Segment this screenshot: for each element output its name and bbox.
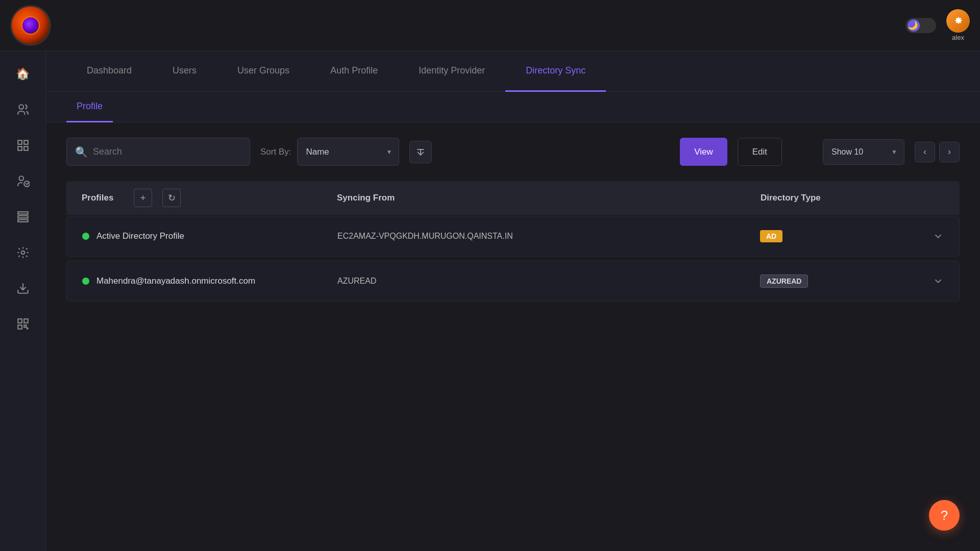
toolbar: 🔍 Sort By: Name Date Type View Edit bbox=[66, 138, 960, 166]
col-profiles: Profiles bbox=[82, 193, 113, 203]
sort-select[interactable]: Name Date Type bbox=[297, 138, 399, 166]
pagination-buttons: ‹ › bbox=[915, 142, 960, 162]
sidebar-icon-grid[interactable] bbox=[10, 133, 36, 158]
search-input[interactable] bbox=[93, 146, 241, 157]
row-name-2: Mahendra@tanayadash.onmicrosoft.com bbox=[82, 276, 337, 286]
prev-page-button[interactable]: ‹ bbox=[915, 142, 935, 162]
row-type-1: AD bbox=[760, 230, 913, 242]
topbar: 🌙 ✸ alex bbox=[0, 0, 980, 51]
main-content: 🔍 Sort By: Name Date Type View Edit bbox=[46, 122, 980, 551]
top-right-section: 🌙 ✸ alex bbox=[905, 9, 970, 41]
svg-rect-2 bbox=[24, 140, 28, 144]
svg-rect-15 bbox=[24, 325, 26, 327]
svg-rect-3 bbox=[18, 146, 22, 151]
sidebar-icon-home[interactable]: 🏠 bbox=[10, 61, 36, 87]
svg-point-0 bbox=[19, 105, 23, 109]
svg-rect-1 bbox=[18, 140, 22, 144]
row-type-2: AZUREAD bbox=[760, 274, 913, 288]
refresh-button[interactable]: ↻ bbox=[162, 189, 181, 207]
svg-rect-8 bbox=[18, 216, 28, 218]
add-profile-button[interactable]: + bbox=[134, 189, 152, 207]
svg-rect-9 bbox=[18, 219, 28, 221]
tab-users[interactable]: Users bbox=[152, 51, 217, 92]
svg-rect-4 bbox=[24, 146, 28, 151]
search-box[interactable]: 🔍 bbox=[66, 138, 250, 166]
nav-tabs: Dashboard Users User Groups Auth Profile… bbox=[46, 51, 980, 92]
col-directory-type: Directory Type bbox=[761, 193, 914, 203]
show-select[interactable]: Show 10 Show 25 Show 50 bbox=[823, 139, 904, 165]
app-logo[interactable] bbox=[10, 5, 51, 46]
avatar-icon: ✸ bbox=[954, 15, 962, 27]
sort-select-wrapper: Name Date Type bbox=[297, 138, 399, 166]
table-row: Active Directory Profile EC2AMAZ-VPQGKDH… bbox=[66, 216, 960, 257]
col-syncing-from: Syncing From bbox=[337, 193, 761, 203]
subtab-profile[interactable]: Profile bbox=[66, 92, 113, 122]
row-expand-1[interactable] bbox=[913, 231, 944, 242]
avatar: ✸ bbox=[946, 9, 970, 33]
sidebar-icon-settings[interactable] bbox=[10, 240, 36, 265]
user-section[interactable]: ✸ alex bbox=[946, 9, 970, 41]
sidebar: 🏠 bbox=[0, 51, 46, 551]
tab-identity-provider[interactable]: Identity Provider bbox=[398, 51, 505, 92]
tab-auth-profile[interactable]: Auth Profile bbox=[310, 51, 398, 92]
search-icon: 🔍 bbox=[75, 146, 88, 158]
tab-directory-sync[interactable]: Directory Sync bbox=[505, 51, 606, 92]
sort-label: Sort By: bbox=[260, 147, 291, 157]
sidebar-icon-users[interactable] bbox=[10, 97, 36, 122]
next-page-button[interactable]: › bbox=[939, 142, 960, 162]
tab-user-groups[interactable]: User Groups bbox=[217, 51, 310, 92]
row-expand-2[interactable] bbox=[913, 276, 944, 287]
edit-button[interactable]: Edit bbox=[738, 138, 782, 166]
row-sync-1: EC2AMAZ-VPQGKDH.MURUGON.QAINSTA.IN bbox=[337, 232, 760, 241]
sidebar-icon-apps[interactable] bbox=[10, 311, 36, 337]
dark-mode-toggle[interactable]: 🌙 bbox=[905, 18, 936, 33]
table-actions: + ↻ bbox=[134, 189, 181, 207]
table-header: Profiles + ↻ Syncing From Directory Type bbox=[66, 181, 960, 215]
badge-ad: AD bbox=[760, 230, 782, 242]
svg-rect-14 bbox=[18, 325, 22, 329]
svg-point-10 bbox=[21, 251, 24, 255]
user-name: alex bbox=[952, 34, 964, 41]
svg-rect-13 bbox=[24, 319, 28, 323]
row-sync-2: AZUREAD bbox=[337, 277, 760, 286]
help-icon: ? bbox=[941, 508, 948, 523]
tab-dashboard[interactable]: Dashboard bbox=[66, 51, 152, 92]
svg-rect-12 bbox=[18, 319, 22, 323]
sidebar-icon-list[interactable] bbox=[10, 204, 36, 230]
svg-rect-7 bbox=[18, 212, 28, 214]
sort-order-button[interactable] bbox=[409, 141, 432, 163]
row-name-1: Active Directory Profile bbox=[82, 231, 337, 241]
svg-point-5 bbox=[19, 176, 23, 181]
sidebar-icon-user-sync[interactable] bbox=[10, 168, 36, 194]
sub-tabs: Profile bbox=[46, 92, 980, 122]
status-dot-2 bbox=[82, 278, 89, 285]
view-button[interactable]: View bbox=[680, 138, 727, 166]
logo-inner bbox=[21, 16, 40, 35]
moon-icon: 🌙 bbox=[909, 21, 918, 30]
table-row: Mahendra@tanayadash.onmicrosoft.com AZUR… bbox=[66, 261, 960, 302]
help-button[interactable]: ? bbox=[929, 500, 960, 531]
status-dot-1 bbox=[82, 233, 89, 240]
sort-section: Sort By: Name Date Type bbox=[260, 138, 399, 166]
sidebar-icon-download[interactable] bbox=[10, 276, 36, 301]
show-select-wrapper: Show 10 Show 25 Show 50 bbox=[823, 139, 904, 165]
badge-azuread: AZUREAD bbox=[760, 274, 808, 288]
